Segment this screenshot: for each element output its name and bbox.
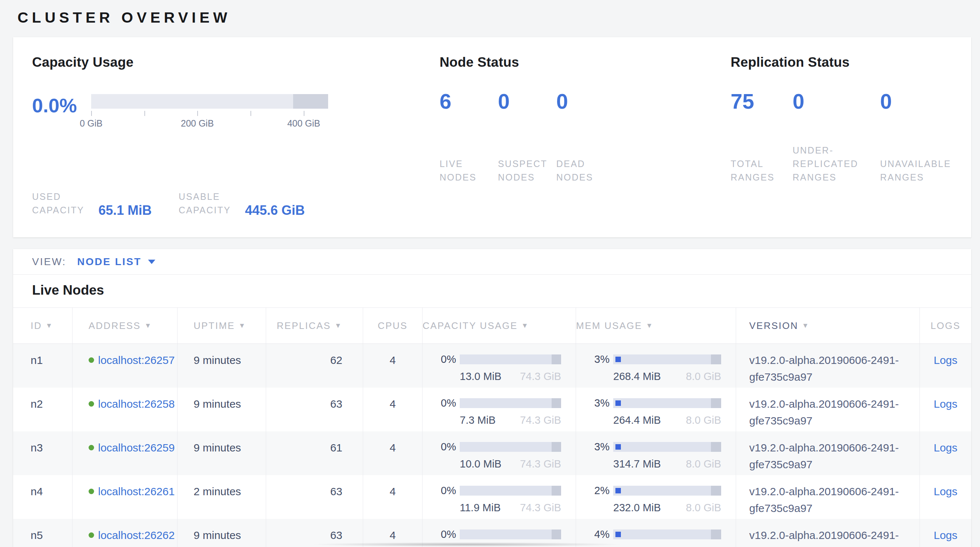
capacity-stats: USED CAPACITY65.1 MiBUSABLE CAPACITY445.…	[32, 144, 440, 217]
logs-link[interactable]: Logs	[934, 485, 958, 498]
memory-usage-bar-dark-segment	[711, 355, 721, 364]
column-header-address[interactable]: ADDRESS▼	[73, 308, 178, 343]
gauge-tick	[91, 111, 92, 116]
column-header-logs: LOGS	[920, 308, 971, 343]
node-version-cell: v19.2.0-alpha.20190606-2491-gfe735c9a97	[736, 388, 920, 431]
node-address-cell: localhost:26261	[73, 475, 178, 519]
sort-descending-icon: ▼	[145, 322, 152, 330]
live-status-dot-icon	[89, 401, 94, 407]
node-version-cell: v19.2.0-alpha.20190606-2491-gfe735c9a97	[736, 344, 920, 388]
node-id-cell: n3	[13, 431, 73, 475]
memory-usage-bar-fill	[616, 488, 621, 493]
memory-usage-cell: 3%264.4 MiB8.0 GiB	[576, 388, 736, 431]
column-header-label: ADDRESS	[89, 320, 141, 331]
node-address-cell: localhost:26258	[73, 388, 178, 431]
live-status-dot-icon	[89, 489, 94, 494]
node-address-link[interactable]: localhost:26258	[98, 396, 175, 412]
live-nodes-card: VIEW: NODE LIST Live Nodes ID▼ADDRESS▼UP…	[13, 249, 971, 547]
capacity-stat-label: USED CAPACITY	[32, 190, 93, 217]
memory-used-value: 268.4 MiB	[613, 368, 661, 385]
node-address-cell: localhost:26257	[73, 344, 178, 388]
column-header-label: CPUS	[378, 320, 407, 331]
sort-descending-icon: ▼	[239, 322, 246, 330]
capacity-total-value: 74.3 GiB	[520, 455, 561, 472]
memory-usage-bar-dark-segment	[711, 398, 721, 408]
replication-status-stat-label: UNDER-REPLICATED RANGES	[792, 144, 880, 184]
capacity-stat: USED CAPACITY65.1 MiB	[32, 144, 179, 217]
table-row: n4localhost:262612 minutes6340%11.9 MiB7…	[13, 475, 971, 519]
node-status-title: Node Status	[440, 55, 730, 70]
node-cpus-cell: 4	[363, 431, 423, 475]
view-dropdown[interactable]: NODE LIST	[77, 256, 155, 268]
capacity-percent: 0.0%	[32, 93, 87, 118]
node-replicas-cell: 61	[266, 431, 363, 475]
memory-usage-bar	[613, 442, 721, 452]
gauge-tick	[145, 111, 145, 116]
column-header-capacity[interactable]: CAPACITY USAGE▼	[423, 308, 576, 343]
sort-descending-icon: ▼	[802, 322, 810, 330]
column-header-label: MEM USAGE	[576, 320, 642, 331]
node-logs-cell: Logs	[920, 431, 971, 475]
node-logs-cell: Logs	[920, 344, 971, 388]
node-uptime-cell: 2 minutes	[178, 475, 266, 519]
capacity-gauge-track	[91, 94, 328, 109]
node-replicas-cell: 63	[266, 475, 363, 519]
capacity-usage-bar-dark-segment	[552, 355, 561, 364]
memory-usage-percent: 4%	[590, 529, 609, 540]
logs-link[interactable]: Logs	[934, 529, 958, 541]
capacity-used-value: 7.3 MiB	[460, 412, 495, 428]
node-id-cell: n1	[13, 344, 73, 388]
memory-usage-cell: 3%314.7 MiB8.0 GiB	[576, 431, 736, 475]
view-dropdown-value[interactable]: NODE LIST	[77, 256, 142, 268]
column-header-memory[interactable]: MEM USAGE▼	[576, 308, 736, 343]
memory-usage-bar	[613, 530, 721, 539]
gauge-tick-label: 400 GiB	[287, 118, 320, 129]
capacity-usage-bar	[460, 442, 561, 452]
memory-total-value: 8.0 GiB	[686, 499, 721, 516]
node-cpus-cell: 4	[363, 475, 423, 519]
capacity-gauge-bar: 0 GiB200 GiB400 GiB	[91, 94, 328, 130]
page-title: CLUSTER OVERVIEW	[18, 8, 971, 27]
logs-link[interactable]: Logs	[934, 398, 958, 410]
memory-used-value: 264.4 MiB	[613, 412, 661, 428]
capacity-used-value: 11.9 MiB	[460, 499, 501, 516]
node-uptime-cell: 9 minutes	[178, 431, 266, 475]
node-status-stat-value: 0	[498, 91, 556, 112]
node-status-stat: 0SUSPECT NODES	[498, 91, 556, 184]
gauge-tick-label: 0 GiB	[80, 118, 103, 129]
column-header-replicas[interactable]: REPLICAS▼	[266, 308, 363, 343]
gauge-tick	[250, 111, 251, 116]
column-header-uptime[interactable]: UPTIME▼	[178, 308, 266, 343]
capacity-total-value: 74.3 GiB	[520, 368, 561, 385]
column-header-version[interactable]: VERSION▼	[736, 308, 920, 343]
column-header-label: LOGS	[931, 320, 960, 331]
capacity-usage-percent: 0%	[437, 442, 456, 452]
node-status-stat-value: 0	[556, 91, 629, 112]
memory-usage-cell: 2%232.0 MiB8.0 GiB	[576, 475, 736, 519]
memory-usage-bar-dark-segment	[711, 530, 721, 539]
memory-used-value: 232.0 MiB	[613, 499, 661, 516]
replication-status-section: Replication Status 75TOTAL RANGES0UNDER-…	[730, 55, 971, 217]
capacity-usage-bar	[460, 486, 561, 496]
capacity-usage-bar	[460, 355, 561, 364]
node-address-link[interactable]: localhost:26261	[98, 483, 175, 500]
column-header-label: CAPACITY USAGE	[423, 320, 518, 331]
node-version-cell: v19.2.0-alpha.20190606-2491-gfe735c9a97	[736, 475, 920, 519]
node-address-link[interactable]: localhost:26259	[98, 439, 175, 456]
memory-usage-bar	[613, 355, 721, 364]
node-replicas-cell: 63	[266, 388, 363, 431]
memory-total-value: 8.0 GiB	[686, 368, 721, 385]
memory-usage-percent: 3%	[590, 442, 609, 452]
replication-status-stat: 0UNAVAILABLE RANGES	[880, 91, 971, 184]
capacity-usage-bar-dark-segment	[552, 486, 561, 496]
node-address-link[interactable]: localhost:26257	[98, 352, 175, 369]
memory-usage-bar-dark-segment	[711, 486, 721, 496]
sort-descending-icon: ▼	[46, 322, 53, 330]
live-nodes-table-header: ID▼ADDRESS▼UPTIME▼REPLICAS▼CPUSCAPACITY …	[13, 307, 971, 344]
logs-link[interactable]: Logs	[934, 442, 958, 454]
node-address-link[interactable]: localhost:26262	[98, 527, 175, 544]
column-header-id[interactable]: ID▼	[13, 308, 73, 343]
node-address-cell: localhost:26259	[73, 431, 178, 475]
replication-status-stat-label: TOTAL RANGES	[730, 157, 792, 184]
logs-link[interactable]: Logs	[934, 354, 958, 366]
